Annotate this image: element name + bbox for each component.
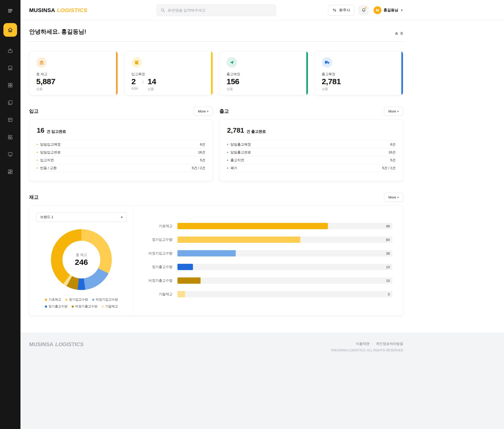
search-input[interactable] (168, 8, 272, 12)
bar-label: 기초재고 (145, 224, 172, 228)
user-menu[interactable]: M 홍길동님 ▼ (374, 6, 403, 14)
greeting-row: 안녕하세요. 홍길동님! 홈 (29, 28, 403, 42)
stat-card: 출고확정 2,781 상품 (315, 51, 403, 95)
shipper-button-label: 화주사 (339, 8, 350, 13)
bar-label: 비정기입고수량 (145, 251, 172, 256)
stat-label: 총 재고 (36, 72, 111, 77)
sidebar-item-home[interactable] (3, 23, 17, 37)
list-item: 당일입고예정 8건 (37, 141, 205, 148)
terms-link[interactable]: 이용약관 (356, 341, 370, 346)
sidebar-item-dashboard[interactable] (4, 166, 16, 178)
menu-button[interactable] (6, 6, 15, 15)
stock-more-button[interactable]: More + (384, 193, 403, 202)
row-value: 16건 (388, 150, 396, 155)
list-item: 반품 / 교환 5건 / 2건 (37, 164, 205, 172)
stat-value: 14 (148, 77, 156, 86)
stat-label: 출고예정 (227, 72, 301, 77)
legend-item: 정기출고수량 (45, 304, 67, 309)
legend-item: 비정기입고수량 (92, 297, 118, 302)
duo-col: 2 ASN (132, 77, 138, 90)
stats-grid: 총 재고 5,887 상품 입고확정 2 ASN (29, 51, 403, 95)
legend-dot (45, 305, 47, 308)
stat-duo: 2 ASN / 14 상품 (132, 77, 206, 91)
shipper-switch-button[interactable]: 화주사 (328, 5, 355, 15)
stock-section: 재고 More + 브랜드 1 ▼ 총 재고 (29, 193, 403, 316)
brand-select[interactable]: 브랜드 1 ▼ (36, 212, 127, 222)
bar-track: 38 (177, 250, 392, 256)
legend-item: 비정기출고수량 (72, 304, 97, 309)
row-value: 5건 (390, 158, 396, 163)
inbound-box-icon (7, 48, 13, 53)
footer-right: 이용약관 · 개인정보처리방침 ©MUSINSA LOGISTICS. ALL … (331, 341, 403, 352)
search-box[interactable] (156, 4, 276, 16)
sidebar-item-products[interactable] (4, 79, 16, 91)
breadcrumb[interactable]: 홈 (395, 31, 403, 36)
board-icon (7, 117, 13, 123)
stat-divider: / (142, 77, 143, 85)
sidebar-item-board[interactable] (4, 114, 16, 126)
bar-row: 비정기입고수량38 (145, 250, 392, 256)
sidebar-item-warehouse[interactable] (4, 62, 16, 74)
stock-card: 브랜드 1 ▼ 총 재고 246 기초재고정기입고수량비정기입고수량정기출고 (29, 205, 403, 316)
footer-logo-secondary: LOGISTICS (55, 341, 83, 347)
bar-track: 15 (177, 277, 392, 284)
stat-icon-bank (36, 57, 47, 68)
inbound-count-unit: 건 입고완료 (47, 129, 66, 134)
home-icon (7, 27, 13, 33)
bar-label: 비정기출고수량 (145, 278, 172, 283)
io-grid: 입고 More + 16 건 입고완료 당일입고예정 8건 (29, 95, 403, 181)
legend-label: 기말재고 (105, 304, 118, 309)
legend-label: 비정기입고수량 (96, 297, 118, 302)
bar-label: 정기입고수량 (145, 237, 172, 242)
donut-hole: 총 재고 246 (62, 241, 100, 278)
copyright: ©MUSINSA LOGISTICS. ALL RIGHTS RESERVED (331, 348, 403, 352)
bar-track: 5 (177, 291, 392, 297)
stat-unit: 상품 (148, 87, 156, 91)
outbound-row-bullet (227, 160, 228, 161)
sidebar-item-product-add[interactable] (4, 131, 16, 143)
inbound-count: 16 (37, 126, 44, 135)
sidebar-item-inbound[interactable] (4, 45, 16, 57)
sidebar-item-documents[interactable] (4, 96, 16, 109)
donut-chart: 총 재고 246 (51, 229, 112, 290)
notification-button[interactable] (358, 5, 369, 15)
list-item: 당일출고완료 16건 (227, 148, 396, 156)
legend-dot (45, 299, 47, 301)
inbound-list: 당일입고예정 8건 당일입고완료 16건 입고지연 5건 (37, 140, 205, 172)
breadcrumb-label: 홈 (400, 31, 403, 36)
bar-fill (177, 250, 236, 256)
monitor-icon (7, 152, 13, 157)
app-root: MUSINSA LOGISTICS 화주사 (0, 0, 504, 429)
logo: MUSINSA LOGISTICS (29, 7, 87, 13)
legend-dot (102, 305, 104, 308)
outbound-count: 2,781 (227, 126, 244, 135)
header: MUSINSA LOGISTICS 화주사 (20, 0, 504, 20)
stat-label: 출고확정 (322, 72, 396, 77)
sidebar-nav (3, 23, 17, 178)
bar-fill (177, 291, 185, 297)
bar-value: 80 (386, 238, 390, 242)
bar-row: 비정기출고수량15 (145, 277, 392, 284)
privacy-link[interactable]: 개인정보처리방침 (376, 341, 403, 346)
legend-label: 비정기출고수량 (75, 304, 97, 309)
brand-select-value: 브랜드 1 (40, 215, 53, 219)
inbound-row-bullet (37, 168, 38, 169)
row-label: 당일입고예정 (40, 142, 61, 147)
box-icon (134, 60, 139, 65)
inbound-title: 입고 (29, 108, 39, 114)
inbound-more-button[interactable]: More + (194, 107, 213, 116)
row-label: 반품 / 교환 (40, 166, 57, 170)
legend-label: 기초재고 (49, 297, 61, 302)
stat-value: 156 (227, 77, 301, 86)
chevron-down-icon: ▼ (120, 216, 123, 219)
outbound-more-button[interactable]: More + (384, 107, 403, 116)
row-value: 5건 / 2건 (382, 166, 396, 170)
stock-left-panel: 브랜드 1 ▼ 총 재고 246 기초재고정기입고수량비정기입고수량정기출고 (29, 206, 134, 315)
sidebar-item-monitor[interactable] (4, 148, 16, 160)
row-label: 입고지연 (40, 158, 54, 163)
row-label: 당일출고예정 (230, 142, 251, 147)
outbound-list: 당일출고예정 8건 당일출고완료 16건 출고지연 5건 (227, 140, 396, 172)
bar-label: 정기출고수량 (145, 265, 172, 269)
bar-row: 기초재고98 (145, 223, 392, 229)
row-label: 당일출고완료 (230, 150, 251, 155)
